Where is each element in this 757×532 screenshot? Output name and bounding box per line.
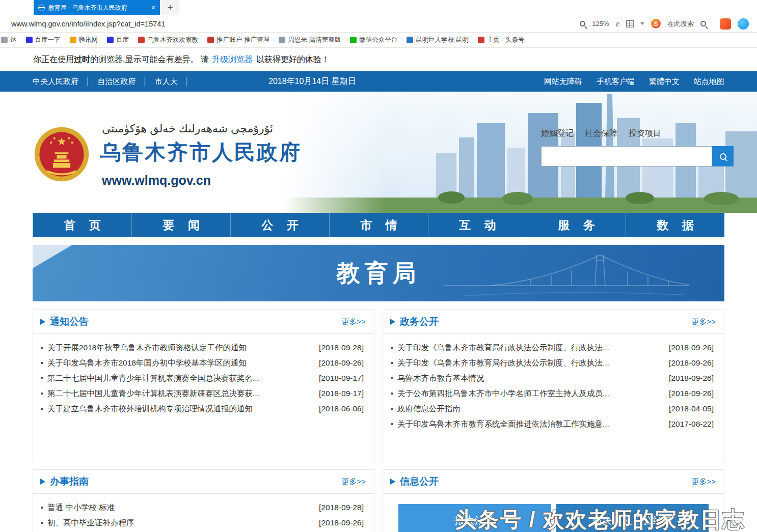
favorite-label: 腾讯网 — [79, 36, 98, 44]
site-header: ئۇرۇمچى شەھەرلىك خەلق ھۆكۈمىتى 乌鲁木齐市人民政府… — [0, 92, 757, 213]
article-title[interactable]: 乌鲁木齐市教育基本情况 — [397, 373, 664, 384]
article-row[interactable]: 关于建立乌鲁木齐市校外培训机构专项治理情况通报的通知 [2018-06-06] — [38, 401, 371, 416]
more-link[interactable]: 更多>> — [341, 477, 366, 487]
nav-item[interactable]: 要 闻 — [131, 213, 230, 237]
top-link[interactable]: 手机客户端 — [597, 77, 635, 87]
article-title[interactable]: 关于开展2018年秋季乌鲁木齐市教师资格认定工作的通知 — [47, 343, 314, 353]
article-title[interactable]: 关于印发《乌鲁木齐市教育局行政执法公示制度、行政执法... — [397, 358, 664, 369]
article-title[interactable]: 关于印发《乌鲁木齐市教育局行政执法公示制度、行政执法... — [397, 343, 664, 353]
top-link[interactable]: 繁體中文 — [649, 77, 680, 87]
article-row[interactable]: 第二十七届中国儿童青少年计算机表演赛新疆赛区总决赛获... [2018-09-1… — [38, 386, 371, 401]
article-title[interactable]: 关于公布第四批乌鲁木齐市中小学名师工作室主持人及成员... — [397, 388, 664, 399]
article-row[interactable]: 普通 中小学校 标准 [2018-09-28] — [38, 500, 371, 515]
favorite-item[interactable]: 腾讯网 — [70, 36, 98, 44]
article-title[interactable]: 初、高中毕业证补办程序 — [47, 518, 314, 528]
nav-item[interactable]: 公 开 — [230, 213, 329, 237]
favorite-label: 乌鲁木齐欢欢家教 — [147, 36, 198, 44]
article-row[interactable]: 关于公布第四批乌鲁木齐市中小学名师工作室主持人及成员... [2018-09-2… — [388, 386, 721, 401]
section-info-disclosure: 信息公开 更多>> 报表清单预决算及三公经费 — [383, 469, 724, 532]
article-date: [2018-09-26] — [669, 358, 721, 368]
article-title[interactable]: 第二十七届中国儿童青少年计算机表演赛全国总决赛获奖名... — [47, 373, 314, 384]
top-link[interactable]: 中央人民政府 — [33, 77, 97, 87]
info-button[interactable]: 预决算及三公经费 — [556, 504, 709, 532]
address-search-icon[interactable] — [700, 21, 706, 26]
chevron-down-icon[interactable] — [640, 22, 644, 25]
section-title: 政务公开 — [400, 315, 439, 328]
nav-item[interactable]: 首 页 — [33, 213, 131, 237]
article-title[interactable]: 关于印发乌鲁木齐市教育系统全面推进依法治教工作实施意... — [397, 419, 664, 430]
main-navigation: 首 页要 闻公 开市 情互 动服 务数 据 — [33, 213, 724, 237]
article-date: [2018-09-17] — [319, 374, 371, 383]
extension-icon-orange[interactable] — [720, 18, 731, 30]
zoom-icon[interactable] — [580, 21, 585, 26]
quick-links: 婚姻登记社会保障投资项目 — [541, 128, 734, 139]
favorite-icon — [350, 37, 357, 43]
date-text: 2018年10月14日 星期日 — [268, 76, 356, 87]
article-title[interactable]: 关于印发乌鲁木齐市2018年国办初中学校基本学区的通知 — [47, 358, 314, 369]
article-row[interactable]: 关于印发乌鲁木齐市教育系统全面推进依法治教工作实施意... [2017-08-2… — [388, 416, 721, 432]
notice-bold: 过时 — [74, 54, 90, 65]
top-link[interactable]: 网站无障碍 — [544, 77, 582, 87]
section-header: 办事指南 更多>> — [33, 470, 374, 493]
quick-link[interactable]: 婚姻登记 — [541, 128, 574, 139]
favorite-item[interactable]: 百度 — [107, 36, 129, 44]
favorite-item[interactable]: 微信公众平台 — [350, 36, 397, 44]
article-row[interactable]: 关于印发乌鲁木齐市2018年国办初中学校基本学区的通知 [2018-09-26] — [38, 355, 371, 371]
favorite-item[interactable]: 推广账户-推广管理 — [207, 36, 269, 44]
nav-item[interactable]: 服 务 — [527, 213, 626, 237]
article-row[interactable]: 关于印发《乌鲁木齐市教育局行政执法公示制度、行政执法... [2018-09-2… — [388, 355, 721, 371]
ie-icon[interactable]: e — [615, 19, 619, 29]
site-search-button[interactable] — [712, 146, 734, 166]
top-link[interactable]: 自治区政府 — [97, 77, 154, 87]
article-date: [2018-09-26] — [669, 374, 721, 383]
article-title[interactable]: 政府信息公开指南 — [397, 404, 664, 414]
favorite-item[interactable]: 达 — [1, 36, 17, 44]
more-link[interactable]: 更多>> — [691, 477, 716, 487]
favorite-item[interactable]: 周恩来-高清完整版 — [279, 36, 341, 44]
article-row[interactable]: 初、高中毕业证补办程序 [2018-09-26] — [38, 515, 371, 530]
info-button[interactable]: 报表清单 — [398, 504, 551, 532]
top-link[interactable]: 市人大 — [155, 77, 197, 87]
favorite-item[interactable]: 昆明巨人学校 昆明 — [407, 36, 468, 44]
grid-apps-icon[interactable] — [626, 20, 634, 27]
article-row[interactable]: 关于印发《乌鲁木齐市教育局行政执法公示制度、行政执法... [2018-09-2… — [388, 340, 721, 355]
search-icon — [720, 153, 726, 160]
article-row[interactable]: 关于开展2018年秋季乌鲁木齐市教师资格认定工作的通知 [2018-09-28] — [38, 340, 371, 355]
favorite-item[interactable]: 百度一下 — [26, 36, 61, 44]
tab-close-icon[interactable]: × — [151, 4, 155, 11]
section-title: 办事指南 — [50, 475, 89, 488]
zoom-level[interactable]: 125% — [592, 20, 609, 27]
favorite-item[interactable]: 乌鲁木齐欢欢家教 — [138, 36, 198, 44]
nav-item[interactable]: 市 情 — [329, 213, 428, 237]
browser-tab[interactable]: 教育局 - 乌鲁木齐市人民政府 × — [34, 0, 160, 15]
upgrade-browser-link[interactable]: 升级浏览器 — [212, 54, 253, 65]
sogou-icon[interactable]: S — [651, 19, 661, 29]
article-date: [2018-09-26] — [669, 343, 721, 352]
section-gov-affairs: 政务公开 更多>> 关于印发《乌鲁木齐市教育局行政执法公示制度、行政执法... … — [383, 310, 724, 462]
article-row[interactable]: 乌鲁木齐市教育基本情况 [2018-09-26] — [388, 371, 721, 386]
article-title[interactable]: 关于建立乌鲁木齐市校外培训机构专项治理情况通报的通知 — [47, 404, 314, 414]
article-title[interactable]: 普通 中小学校 标准 — [47, 502, 314, 513]
site-search-input[interactable] — [541, 146, 712, 166]
more-link[interactable]: 更多>> — [691, 317, 716, 327]
article-date: [2018-09-28] — [319, 343, 371, 352]
article-row[interactable]: 政府信息公开指南 [2018-04-05] — [388, 401, 721, 416]
site-search — [541, 146, 734, 166]
top-link[interactable]: 站点地图 — [694, 77, 724, 87]
nav-item[interactable]: 互 动 — [428, 213, 527, 237]
notice-text: 的浏览器,显示可能会有差异。 请 — [90, 54, 209, 65]
more-link[interactable]: 更多>> — [341, 317, 366, 327]
favorite-label: 微信公众平台 — [359, 36, 397, 44]
article-title[interactable]: 第二十七届中国儿童青少年计算机表演赛新疆赛区总决赛获... — [47, 388, 314, 399]
address-bar: www.wlmq.gov.cn/info/iIndex.jsp?cat_id=1… — [0, 15, 757, 33]
address-bar-tools: 125% e S 在此搜索 — [580, 18, 749, 30]
favorite-item[interactable]: 主页 - 头条号 — [478, 36, 525, 44]
search-engine-label[interactable]: 在此搜索 — [667, 19, 694, 29]
address-url[interactable]: www.wlmq.gov.cn/info/iIndex.jsp?cat_id=1… — [11, 20, 165, 28]
nav-item[interactable]: 数 据 — [626, 213, 724, 237]
quick-link[interactable]: 社会保障 — [585, 128, 617, 139]
article-row[interactable]: 第二十七届中国儿童青少年计算机表演赛全国总决赛获奖名... [2018-09-1… — [38, 371, 371, 386]
new-tab-button[interactable]: + — [161, 0, 179, 15]
extension-icon-blue[interactable] — [738, 18, 749, 30]
quick-link[interactable]: 投资项目 — [629, 128, 661, 139]
